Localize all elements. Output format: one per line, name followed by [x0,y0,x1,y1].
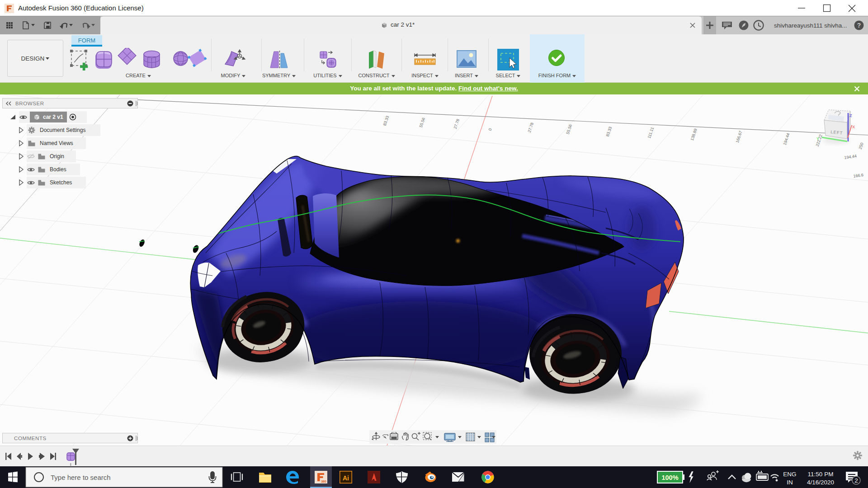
svg-text:138.89: 138.89 [690,128,698,141]
svg-text:Type here to search: Type here to search [51,474,111,481]
svg-text:55.56: 55.56 [566,124,573,135]
svg-text:ENG: ENG [783,471,796,478]
svg-text:Z: Z [849,113,852,118]
svg-text:4/16/2020: 4/16/2020 [807,479,834,486]
svg-text:194.44: 194.44 [783,132,791,145]
svg-text:111.11: 111.11 [647,127,655,139]
svg-text:250: 250 [858,142,864,150]
svg-text:11:50 PM: 11:50 PM [808,471,834,478]
svg-text:0: 0 [488,128,493,131]
svg-text:27.78: 27.78 [453,118,460,130]
svg-text:83.33: 83.33 [382,115,390,127]
svg-text:166.6: 166.6 [853,173,864,178]
svg-text:?: ? [857,22,861,29]
svg-text:27.78: 27.78 [527,122,534,133]
svg-text:100%: 100% [661,474,678,481]
svg-text:X: X [852,125,855,129]
svg-text:shivhareayush111 shivha...: shivhareayush111 shivha... [774,22,847,29]
svg-text:2: 2 [854,477,858,484]
svg-text:55.56: 55.56 [419,117,426,128]
svg-text:Y: Y [816,136,819,141]
svg-text:IN: IN [787,479,793,486]
svg-text:360: 360 [321,480,326,483]
svg-text:83.33: 83.33 [605,126,613,137]
svg-text:166.67: 166.67 [735,130,743,143]
svg-text:194.44: 194.44 [844,154,857,160]
svg-text:Ai: Ai [343,474,349,482]
